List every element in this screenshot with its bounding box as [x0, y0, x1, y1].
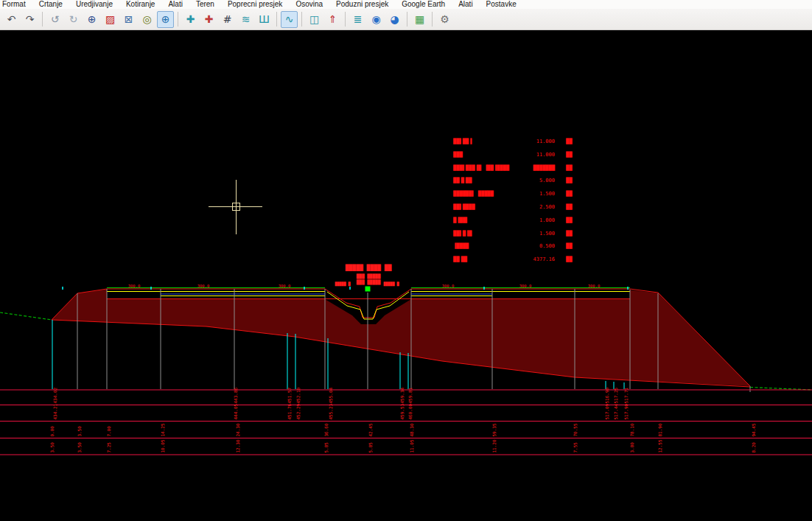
layers-wave-icon[interactable]: ≋: [237, 11, 254, 28]
section-delete-icon[interactable]: ✚: [200, 11, 217, 28]
band-value-label: 59.35: [491, 423, 497, 436]
param-label: ██▐█▌: [453, 256, 521, 262]
param-value: 1.500: [521, 191, 555, 197]
menu-item-format[interactable]: Format: [0, 0, 32, 9]
param-row: ███11.000██: [453, 152, 581, 165]
param-value: 1.500: [521, 231, 555, 237]
param-unit: ██: [566, 243, 581, 249]
band-value-label: 455.04: [328, 387, 333, 403]
menu-item-osovina[interactable]: Osovina: [289, 0, 329, 9]
param-row: ▐████0.500██: [453, 243, 581, 256]
band-value-label: 48.30: [409, 423, 414, 436]
band-value-label: 517.44: [613, 403, 618, 419]
menu-item-poprecni-presjek[interactable]: Poprecni presjek: [221, 0, 289, 9]
toolbar-separator: [42, 12, 43, 27]
toolbar-separator: [178, 12, 178, 27]
band-value-label: 434.02: [52, 387, 57, 403]
param-label: ██▐▌██: [453, 178, 521, 183]
cad-canvas[interactable]: 434.02443.86451.57452.10455.04459.34459.…: [0, 30, 812, 521]
comb-scale-icon[interactable]: Ш: [256, 11, 273, 28]
hatch-grid-icon[interactable]: #: [219, 11, 236, 28]
band-value-label: 3.50: [77, 442, 82, 453]
param-row: ██▌██▐11.000██: [453, 139, 581, 152]
band-value-label: 517.09: [604, 403, 609, 419]
band-value-label: 3.80: [629, 442, 634, 453]
embankment-fill: [52, 290, 750, 387]
param-value: 2.500: [521, 204, 555, 210]
param-row: ██▐█▌4377.16██: [453, 256, 581, 270]
menu-item-uredjivanje[interactable]: Uredjivanje: [69, 0, 119, 9]
segment-width-label: 300.0: [279, 284, 291, 288]
parameter-table: ██▌██▐11.000█████11.000█████▌███▐█ ▐██▐█…: [453, 139, 581, 270]
param-unit: ██: [566, 204, 581, 210]
segment-width-label: 300.0: [197, 284, 210, 288]
param-row: ██▌████2.500██: [453, 204, 581, 217]
band-value-label: 434.21: [52, 403, 57, 419]
toolbar: ↶↷↺↻⊕▨⊠◎⊕✚✚#≋Ш∿◫⇑≣◉◕▦⚙: [0, 9, 812, 30]
band-value-label: 3.50: [77, 426, 82, 437]
band-value-label: 11.20: [491, 439, 497, 452]
section-marker-icon[interactable]: ✚: [182, 11, 199, 28]
globe-icon[interactable]: ◉: [368, 11, 385, 28]
band-value-label: 0.00: [49, 426, 55, 437]
band-value-label: 443.86: [233, 387, 238, 403]
axis-marker[interactable]: [365, 287, 371, 292]
param-unit: ██: [566, 217, 581, 223]
segment-width-label: 300.0: [519, 284, 532, 288]
band-value-label: 516.90: [604, 387, 609, 403]
center-point-icon[interactable]: ⊕: [157, 11, 174, 28]
band-value-label: 517.90: [623, 403, 629, 419]
toolbar-separator: [407, 12, 407, 27]
target-layers-icon[interactable]: ◎: [139, 11, 155, 28]
band-value-label: 12.30: [235, 439, 240, 452]
menu-item-kotiranje[interactable]: Kotiranje: [119, 0, 161, 9]
param-label: ███: [453, 152, 521, 158]
google-earth-icon[interactable]: ◕: [386, 11, 403, 28]
band-value-label: 459.81: [407, 387, 413, 403]
band-value-label: 3.50: [49, 442, 55, 453]
band-value-label: 517.71: [623, 387, 629, 403]
undo-icon[interactable]: ↶: [3, 11, 20, 28]
edit-polygon-icon[interactable]: ⊠: [120, 11, 137, 28]
edit-line-icon[interactable]: ▨: [102, 11, 119, 28]
rotate-back-icon[interactable]: ↺: [46, 11, 63, 28]
band-value-label: 451.76: [287, 403, 292, 419]
menu-item-google-earth[interactable]: Google Earth: [395, 0, 452, 9]
menu-item-teren[interactable]: Teren: [189, 0, 221, 9]
settings-gear-icon[interactable]: ⚙: [436, 11, 453, 28]
menu-item-postavke[interactable]: Postavke: [480, 0, 523, 9]
band-value-label: 517.25: [613, 387, 618, 403]
param-row: ██████▌ █████1.500██: [453, 191, 581, 204]
slope-label: █████ █: [334, 282, 351, 287]
param-label: ▐████: [453, 243, 521, 249]
slope-label: █████ █: [382, 282, 399, 287]
band-value-label: 24.30: [235, 423, 240, 436]
param-value: 11.000: [521, 139, 555, 144]
point-accept-icon[interactable]: ⊕: [83, 11, 100, 28]
param-label: ██████▌ █████: [453, 191, 521, 197]
calculator-icon[interactable]: ▦: [411, 11, 428, 28]
spline-icon[interactable]: ∿: [281, 11, 298, 28]
menu-item-alati-2[interactable]: Alati: [452, 0, 479, 9]
band-value-label: 455.23: [328, 403, 333, 419]
redo-icon[interactable]: ↷: [21, 11, 38, 28]
band-value-label: 12.55: [657, 439, 662, 452]
toolbar-separator: [301, 12, 302, 27]
longitudinal-section-icon[interactable]: ⇑: [324, 11, 341, 28]
menu-item-crtanje[interactable]: Crtanje: [32, 0, 69, 9]
param-value: 5.000: [521, 178, 555, 183]
cross-section-icon[interactable]: ◫: [306, 11, 323, 28]
param-row: ███▌███▐█ ▐██▐█████████████: [453, 165, 581, 178]
crosshair-cursor: [209, 180, 262, 234]
param-unit: ██: [566, 231, 581, 237]
cross-section-drawing[interactable]: 434.02443.86451.57452.10455.04459.34459.…: [0, 30, 812, 521]
param-label: ██▌██▐: [453, 139, 521, 144]
param-row: ██▌█▐█1.500██: [453, 231, 581, 244]
menu-item-poduzni-presjek[interactable]: Poduzni presjek: [329, 0, 395, 9]
param-label: █▐██▌: [453, 217, 521, 223]
band-value-label: 10.05: [160, 439, 165, 452]
band-value-label: 14.25: [160, 423, 165, 436]
rotate-forward-icon[interactable]: ↻: [65, 11, 82, 28]
menu-item-alati[interactable]: Alati: [161, 0, 189, 9]
alignment-icon[interactable]: ≣: [349, 11, 366, 28]
